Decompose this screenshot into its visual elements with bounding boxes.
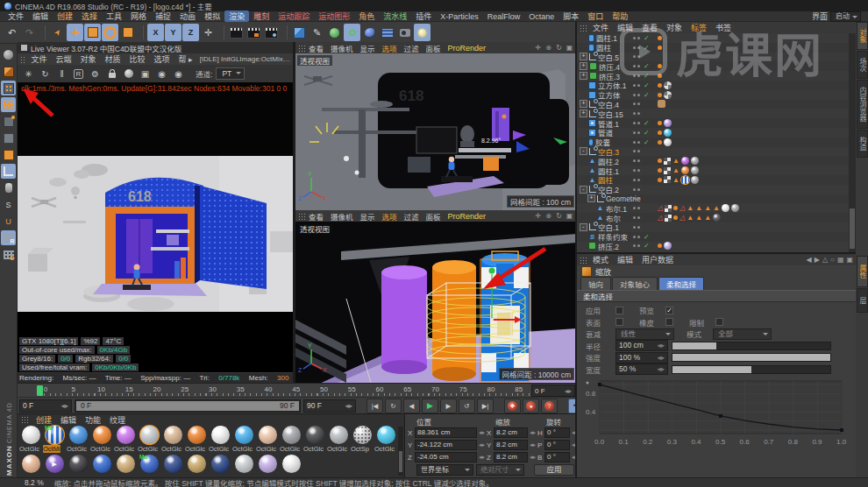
render-settings-icon[interactable] [245, 24, 262, 41]
radius-slider[interactable] [672, 342, 831, 350]
pause-render-icon[interactable]: ‖ [55, 67, 68, 81]
menu-item-查看[interactable]: 查看 [637, 22, 662, 33]
menu-item-摄像机[interactable]: 摄像机 [327, 43, 357, 53]
object-manager-scrollbar[interactable] [849, 33, 856, 252]
prorender-menu[interactable]: ProRender [445, 44, 490, 53]
menu-item-选项[interactable]: 选项 [379, 211, 401, 222]
last-tool-icon[interactable] [119, 24, 136, 41]
visibility-dots[interactable]: ✓ [633, 91, 650, 99]
visibility-dots[interactable] [633, 55, 640, 58]
attr-menu-icon-4[interactable]: ▦ [837, 256, 844, 264]
material-swatch[interactable] [280, 454, 302, 473]
menu-item-查看[interactable]: 查看 [305, 43, 327, 53]
preview-checkbox[interactable]: ✓ [665, 307, 673, 314]
current-frame-field[interactable]: 0 F◂▸ [19, 399, 72, 413]
viewport-pan-icon[interactable]: ✛ [533, 43, 543, 53]
menu-item-窗口[interactable]: 窗口 [583, 11, 608, 22]
pick-material-icon[interactable] [122, 67, 135, 81]
object-row[interactable]: + Geometrie [577, 194, 849, 204]
side-tab-内容浏览器[interactable]: 内容浏览器 [857, 80, 868, 129]
object-tags[interactable] [658, 81, 672, 89]
menu-item-文件[interactable]: 文件 [4, 11, 28, 22]
live-selection-icon[interactable]: ➤ [49, 24, 66, 41]
scene-camera-icon[interactable] [396, 24, 413, 41]
menu-item-运动图形[interactable]: 运动图形 [314, 11, 354, 22]
menu-item-雕刻[interactable]: 雕刻 [249, 11, 274, 22]
viewport-bottom-scene[interactable]: 透视视图 [295, 222, 577, 383]
coord-input[interactable]: 0 ° [544, 427, 570, 438]
menu-item-X-Particles[interactable]: X-Particles [436, 12, 483, 21]
live-viewer-titlebar[interactable]: Live Viewer 3.07-R2 中国C4D联盟中文汉化版 [18, 42, 293, 53]
menu-item-编辑[interactable]: 编辑 [28, 11, 53, 22]
prorender-menu[interactable]: ProRender [445, 212, 490, 221]
loop-button[interactable]: ↻ [385, 399, 402, 413]
visibility-dots[interactable]: ✓ [633, 81, 650, 89]
menu-item-云端[interactable]: 云端 [51, 53, 75, 65]
simulate-cloth-icon[interactable] [379, 24, 395, 41]
menu-item-选项[interactable]: 选项 [150, 53, 174, 65]
visibility-dots[interactable]: ✓ [633, 129, 650, 137]
visibility-dots[interactable]: ✓ [633, 138, 650, 146]
coordinate-space-dropdown[interactable]: 世界坐标 [416, 464, 473, 476]
surface-checkbox[interactable] [615, 318, 623, 326]
goto-start-button[interactable]: |◀ [366, 399, 383, 413]
object-row[interactable]: 立方体.1 ✓ [577, 81, 849, 90]
menu-item-显示[interactable]: 显示 [357, 43, 379, 53]
lock-resolution-icon[interactable] [105, 67, 118, 81]
menu-item-选项[interactable]: 选项 [379, 43, 401, 53]
material-scrollbar[interactable] [398, 427, 403, 476]
section-header[interactable]: 柔和选择 [577, 290, 856, 302]
model-mode-icon[interactable] [1, 64, 16, 79]
play-mode-button[interactable]: ↺ [459, 399, 475, 413]
object-tags[interactable]: ▲ [658, 166, 699, 174]
material-swatch[interactable]: OctGlc [67, 425, 89, 453]
drag-grip-icon[interactable] [20, 56, 25, 63]
mode-dropdown[interactable]: 全部 [713, 328, 772, 340]
expand-toggle-icon[interactable]: + [580, 72, 587, 80]
sound-scrub-icon[interactable]: S [1, 197, 16, 212]
menu-item-编辑[interactable]: 编辑 [56, 414, 81, 426]
visibility-dots[interactable]: ✓ [633, 44, 650, 52]
pen-spline-icon[interactable]: ✎ [309, 24, 325, 41]
drag-grip-icon[interactable] [298, 45, 305, 52]
expand-toggle-icon[interactable]: + [580, 109, 587, 117]
object-tags[interactable] [658, 91, 672, 99]
autokey-button[interactable]: ● [523, 399, 539, 413]
coord-input[interactable]: 88.361 cm [415, 427, 477, 438]
redo-icon[interactable]: ↷ [21, 24, 38, 41]
material-swatch[interactable]: Ma OctMi [43, 425, 66, 453]
menu-item-帮 ▸[interactable]: 帮 ▸ [174, 53, 197, 65]
menu-item-材质[interactable]: 材质 [100, 53, 125, 65]
expand-toggle-icon[interactable]: - [580, 223, 587, 231]
mograph-icon[interactable]: ✿ [344, 24, 360, 41]
menu-item-运动跟踪[interactable]: 运动跟踪 [274, 11, 314, 22]
quantize-rotate-icon[interactable] [1, 230, 16, 245]
menu-item-Octane[interactable]: Octane [524, 12, 559, 21]
white-balance-picker-icon[interactable]: ◉ [172, 67, 185, 81]
visibility-dots[interactable] [633, 159, 640, 162]
material-swatch[interactable]: OctSp [351, 425, 374, 453]
material-swatch[interactable]: OctGlc [19, 425, 42, 453]
object-row[interactable]: - 空白.3 [577, 147, 849, 157]
timeline-ruler[interactable]: 0510152025303540455055606570758085900 F◂… [18, 383, 577, 397]
visibility-dots[interactable]: ✓ [633, 119, 650, 127]
visibility-dots[interactable] [633, 197, 640, 200]
render-view-icon[interactable] [228, 24, 245, 41]
channel-dropdown[interactable]: PT [216, 67, 245, 80]
object-row[interactable]: + 挤压.4 ✓ [577, 61, 849, 71]
visibility-dots[interactable] [633, 207, 640, 209]
focus-picker-icon[interactable]: ◉ [155, 67, 168, 81]
goto-end-button[interactable]: ▶| [477, 399, 494, 413]
object-row[interactable]: ▲ 圆柱.1 ▲ [577, 166, 849, 175]
render-region-icon[interactable]: ▣ [139, 67, 152, 81]
viewport-pan-icon[interactable]: ✛ [533, 211, 543, 221]
preview-range-slider[interactable]: 0 F90 F [75, 399, 301, 413]
attr-menu-icon-5[interactable]: ▣ [846, 256, 853, 264]
attr-tab-柔和选择[interactable]: 柔和选择 [658, 277, 704, 290]
material-swatch[interactable]: Ma [138, 454, 160, 473]
object-tags[interactable] [658, 46, 662, 50]
texture-mode-icon[interactable] [1, 81, 16, 95]
lock-x-axis-icon[interactable]: X [147, 24, 164, 41]
menu-item-用户数据[interactable]: 用户数据 [637, 254, 678, 265]
side-tab-对象[interactable]: 对象 [857, 22, 868, 50]
